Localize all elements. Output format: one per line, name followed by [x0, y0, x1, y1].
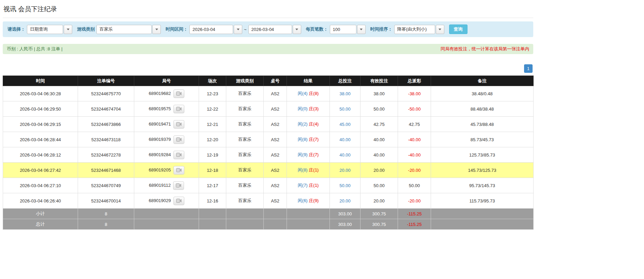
- result-player: 闲(6): [298, 198, 308, 203]
- cell-payout: -20.00: [398, 163, 431, 178]
- cell-remark: 145.73/125.73: [431, 163, 534, 178]
- query-type-label: 请选择：: [7, 26, 25, 32]
- cell-round-id: 689019284: [134, 147, 199, 163]
- sort-combobox: [394, 25, 444, 34]
- summary-valid-bet: 300.75: [361, 209, 398, 219]
- column-header: 备注: [431, 76, 534, 86]
- total-bet-link[interactable]: 50.00: [339, 106, 351, 112]
- summary-count: 8: [78, 209, 134, 219]
- cell-game-type: 百家乐: [226, 193, 264, 209]
- cell-table-no: AS2: [264, 163, 287, 178]
- sort-input[interactable]: [394, 25, 435, 34]
- game-type-dropdown-button[interactable]: [152, 25, 161, 34]
- date-from-dropdown-button[interactable]: [234, 25, 242, 34]
- cell-round-id: 689019575: [134, 101, 199, 117]
- video-camera-icon: [176, 137, 182, 142]
- game-type-input[interactable]: [96, 25, 152, 34]
- total-bet-link[interactable]: 20.00: [339, 168, 351, 173]
- video-replay-button[interactable]: [173, 181, 184, 190]
- game-type-combobox: [96, 25, 161, 34]
- table-header-row: 时间注单编号局号场次游戏类别桌号结果总投注有效投注总派彩备注: [3, 76, 534, 86]
- cell-bet-id: 523244673866: [78, 117, 134, 132]
- query-type-dropdown-button[interactable]: [64, 25, 72, 34]
- result-banker: 庄(9): [309, 198, 319, 203]
- cell-valid-bet: 40.00: [361, 147, 398, 163]
- query-type-input[interactable]: [27, 25, 63, 34]
- table-row: 2026-03-04 06:28:44523244673118689019379…: [3, 132, 534, 147]
- column-header: 桌号: [264, 76, 287, 86]
- cell-time: 2026-03-04 06:30:28: [3, 86, 78, 101]
- video-replay-button[interactable]: [173, 151, 184, 159]
- cell-bet-id: 523244672278: [78, 147, 134, 163]
- total-bet-link[interactable]: 20.00: [339, 198, 351, 203]
- cell-round-id: 689019471: [134, 117, 199, 132]
- result-banker: 庄(8): [309, 91, 319, 96]
- total-bet-link[interactable]: 45.00: [339, 122, 351, 127]
- table-row: 2026-03-04 06:29:50523244674704689019575…: [3, 101, 534, 117]
- pagination: 1: [3, 64, 533, 73]
- cell-result: 闲(8) 庄(1): [287, 163, 330, 178]
- total-bet-link[interactable]: 50.00: [339, 183, 351, 188]
- video-camera-icon: [176, 92, 182, 96]
- video-replay-button[interactable]: [173, 135, 184, 144]
- column-header: 总投注: [330, 76, 361, 86]
- per-page-dropdown-button[interactable]: [357, 25, 366, 34]
- cell-game-type: 百家乐: [226, 86, 264, 101]
- cell-time: 2026-03-04 06:28:44: [3, 132, 78, 147]
- cell-session: 12-17: [199, 178, 226, 193]
- video-replay-button[interactable]: [173, 120, 184, 129]
- page-number-button[interactable]: 1: [524, 64, 533, 73]
- payout-value: -115.25: [407, 211, 421, 216]
- video-replay-button[interactable]: [173, 166, 184, 175]
- payout-value: -40.00: [408, 137, 421, 142]
- cell-game-type: 百家乐: [226, 117, 264, 132]
- cell-payout: -38.00: [398, 86, 431, 101]
- cell-time: 2026-03-04 06:27:10: [3, 178, 78, 193]
- video-replay-button[interactable]: [173, 197, 184, 205]
- summary-payout: -115.25: [398, 219, 431, 230]
- summary-payout: -115.25: [398, 209, 431, 219]
- total-bet-link[interactable]: 40.00: [339, 152, 351, 158]
- summary-empty: [199, 209, 226, 219]
- per-page-input[interactable]: [330, 25, 356, 34]
- column-header: 局号: [134, 76, 199, 86]
- cell-remark: 45.73/88.48: [431, 117, 534, 132]
- cell-round-id: 689019029: [134, 193, 199, 209]
- summary-empty: [226, 219, 264, 230]
- date-to-input[interactable]: [248, 25, 292, 34]
- date-from-combobox: [189, 25, 242, 34]
- summary-empty: [134, 209, 199, 219]
- table-row: 2026-03-04 06:30:28523244675770689019682…: [3, 86, 534, 101]
- payout-value: -50.00: [408, 106, 421, 112]
- date-from-input[interactable]: [189, 25, 233, 34]
- table-row: 2026-03-04 06:27:42523244671468689019205…: [3, 163, 534, 178]
- cell-payout: -20.00: [398, 193, 431, 209]
- table-row: 2026-03-04 06:26:40523244670014689019029…: [3, 193, 534, 209]
- round-id-text: 689019029: [149, 198, 171, 203]
- chevron-down-icon: [360, 29, 363, 30]
- video-replay-button[interactable]: [173, 105, 184, 113]
- date-to-dropdown-button[interactable]: [293, 25, 301, 34]
- result-player: 闲(7): [298, 183, 308, 188]
- video-replay-button[interactable]: [173, 89, 184, 98]
- payout-value: -20.00: [408, 198, 421, 203]
- summary-total-bet: 303.00: [330, 209, 361, 219]
- search-button[interactable]: 查询: [449, 24, 467, 34]
- summary-label: 小计: [3, 209, 78, 219]
- cell-table-no: AS2: [264, 193, 287, 209]
- payout-value: 50.00: [409, 183, 420, 188]
- cell-remark: 85.73/45.73: [431, 132, 534, 147]
- result-player: 闲(2): [298, 121, 308, 127]
- result-banker: 庄(4): [309, 121, 319, 127]
- total-bet-link[interactable]: 38.00: [339, 91, 351, 96]
- round-id-text: 689019379: [149, 136, 171, 142]
- total-bet-link[interactable]: 40.00: [339, 137, 351, 142]
- cell-payout: -40.00: [398, 132, 431, 147]
- cell-bet-id: 523244670749: [78, 178, 134, 193]
- column-header: 有效投注: [361, 76, 398, 86]
- sort-dropdown-button[interactable]: [436, 25, 444, 34]
- cell-time: 2026-03-04 06:28:12: [3, 147, 78, 163]
- result-banker: 庄(7): [309, 152, 319, 157]
- info-bar: 币别 : 人民币 | 总共 :8 注单 | 同局有效投注，统一计算在该局第一张注…: [3, 44, 533, 54]
- column-header: 游戏类别: [226, 76, 264, 86]
